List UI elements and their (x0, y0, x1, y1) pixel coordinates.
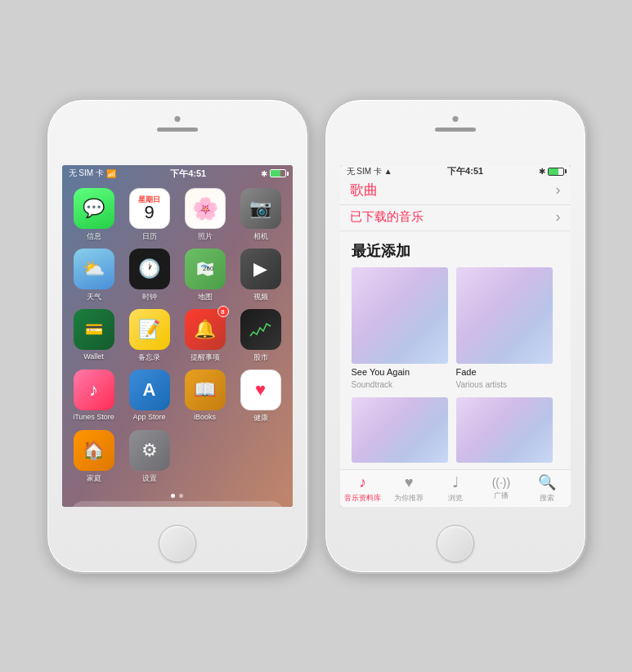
maps-icon: 260 (185, 249, 226, 289)
stocks-label: 股市 (253, 352, 268, 363)
ibooks-icon: 📖 (185, 370, 226, 410)
downloaded-arrow[interactable]: › (556, 208, 561, 226)
home-app-icon: 🏠 (74, 430, 114, 471)
app-camera[interactable]: 📷 相机 (237, 188, 285, 242)
app-ibooks[interactable]: 📖 iBooks (182, 370, 229, 423)
svg-rect-6 (352, 397, 448, 463)
status-left-2: 无 SIM 卡 ▲ (347, 166, 392, 177)
app-video[interactable]: ▶ 视频 (237, 249, 285, 302)
music-screen: 无 SIM 卡 ▲ 下午4:51 ✱ 歌曲 › 已下载的音乐 › (340, 165, 571, 507)
notes-label: 备忘录 (138, 352, 160, 363)
app-notes[interactable]: 📝 备忘录 (126, 309, 173, 363)
app-grid-row2: ⛅ 天气 🕐 时钟 260 (62, 249, 293, 309)
album-art-1: ♫ (352, 267, 448, 364)
app-appstore[interactable]: A App Store (126, 370, 173, 423)
status-bar-2: 无 SIM 卡 ▲ 下午4:51 ✱ (340, 165, 571, 177)
app-wallet[interactable]: 💳 Wallet (70, 309, 118, 363)
status-left-1: 无 SIM 卡 📶 (69, 168, 116, 179)
app-grid-row5: 🏠 家庭 ⚙ 设置 (62, 430, 293, 491)
search-tab-icon: 🔍 (538, 473, 556, 491)
tab-library[interactable]: ♪ 音乐资料库 (340, 471, 386, 507)
app-health[interactable]: ♥ 健康 (237, 370, 285, 423)
home-button-2[interactable] (437, 525, 474, 562)
app-messages[interactable]: 💬 信息 (70, 188, 118, 242)
tab-browse[interactable]: ♩ 浏览 (432, 470, 477, 507)
calendar-label: 日历 (142, 231, 157, 242)
app-weather[interactable]: ⛅ 天气 (70, 249, 118, 302)
video-label: 视频 (253, 292, 268, 302)
stocks-svg (249, 320, 273, 340)
music-nav-songs: 歌曲 › (340, 177, 571, 205)
appstore-icon: A (129, 370, 170, 410)
photos-label: 照片 (198, 231, 213, 242)
status-right-2: ✱ (539, 167, 564, 176)
album-art-2: ♫ (456, 267, 553, 364)
svg-text:♫: ♫ (481, 292, 512, 338)
health-label: 健康 (253, 413, 268, 423)
wifi-icon-2: ▲ (384, 167, 392, 176)
app-home[interactable]: 🏠 家庭 (70, 430, 118, 484)
songs-arrow[interactable]: › (556, 181, 561, 199)
svg-rect-8 (456, 397, 553, 463)
screen-2: 无 SIM 卡 ▲ 下午4:51 ✱ 歌曲 › 已下载的音乐 › (340, 165, 571, 507)
camera-dot-1 (174, 116, 180, 122)
album-fade[interactable]: ♫ Fade Various artists (456, 267, 559, 389)
wallet-label: Wallet (83, 352, 104, 361)
reminders-label: 提醒事项 (190, 352, 220, 363)
album-art-3: ♫ (352, 397, 448, 463)
tab-search[interactable]: 🔍 搜索 (524, 470, 570, 507)
phone-top-1 (47, 100, 307, 164)
app-itunes[interactable]: ♪ iTunes Store (70, 370, 118, 423)
album-3[interactable]: ♫ (352, 397, 455, 463)
stocks-icon (240, 309, 281, 350)
calendar-icon: 星期日 9 (129, 188, 170, 229)
messages-label: 信息 (87, 231, 101, 242)
reminders-badge: 8 (217, 306, 229, 317)
maps-svg: 260 (193, 257, 217, 281)
album-artist-1: Soundtrack (352, 380, 455, 389)
clock-icon: 🕐 (129, 249, 170, 289)
album-art-svg-4: ♫ (456, 397, 553, 463)
svg-text:♫: ♫ (376, 414, 401, 450)
app-photos[interactable]: 🌸 照片 (182, 188, 229, 242)
maps-label: 地图 (198, 292, 213, 302)
library-tab-icon: ♪ (359, 474, 366, 491)
camera-icon: 📷 (240, 188, 281, 229)
weather-icon: ⛅ (74, 249, 114, 289)
health-icon: ♥ (240, 370, 281, 410)
album-art-4: ♫ (456, 397, 553, 463)
dot-1 (171, 494, 175, 498)
cal-day: 9 (144, 204, 154, 222)
album-title-1: See You Again (352, 367, 455, 377)
signal-icon-1: 📶 (106, 169, 116, 178)
album-see-you-again[interactable]: ♫ See You Again Soundtrack (352, 267, 455, 389)
camera-label: 相机 (253, 231, 268, 242)
tab-foryou[interactable]: ♥ 为你推荐 (386, 471, 432, 507)
clock-label: 时钟 (142, 292, 157, 302)
settings-label: 设置 (142, 473, 157, 484)
svg-text:♫: ♫ (481, 414, 505, 450)
foryou-tab-icon: ♥ (405, 474, 414, 491)
album-art-svg-2: ♫ (456, 267, 553, 364)
app-settings[interactable]: ⚙ 设置 (126, 430, 173, 484)
itunes-label: iTunes Store (73, 413, 114, 421)
app-clock[interactable]: 🕐 时钟 (126, 249, 173, 302)
tab-radio[interactable]: ((·)) 广播 (478, 473, 524, 504)
bluetooth-icon-2: ✱ (539, 167, 545, 176)
album-art-svg-1: ♫ (352, 267, 448, 364)
carrier-1: 无 SIM 卡 (69, 168, 104, 179)
bluetooth-icon-1: ✱ (261, 169, 267, 178)
home-button-1[interactable] (159, 525, 196, 562)
app-grid-row3: 💳 Wallet 📝 备忘录 🔔 8 提醒事项 (62, 309, 293, 370)
app-calendar[interactable]: 星期日 9 日历 (126, 188, 173, 242)
phone-2: 无 SIM 卡 ▲ 下午4:51 ✱ 歌曲 › 已下载的音乐 › (325, 99, 586, 573)
app-stocks[interactable]: 股市 (237, 309, 285, 363)
browse-tab-label: 浏览 (448, 493, 463, 504)
app-maps[interactable]: 260 地图 (182, 249, 229, 302)
app-reminders[interactable]: 🔔 8 提醒事项 (182, 309, 229, 363)
album-radio[interactable]: ♫ (456, 397, 559, 463)
dot-2 (179, 494, 183, 498)
settings-icon: ⚙ (129, 430, 170, 471)
album-title-2: Fade (456, 367, 559, 377)
wallet-icon: 💳 (74, 309, 114, 350)
